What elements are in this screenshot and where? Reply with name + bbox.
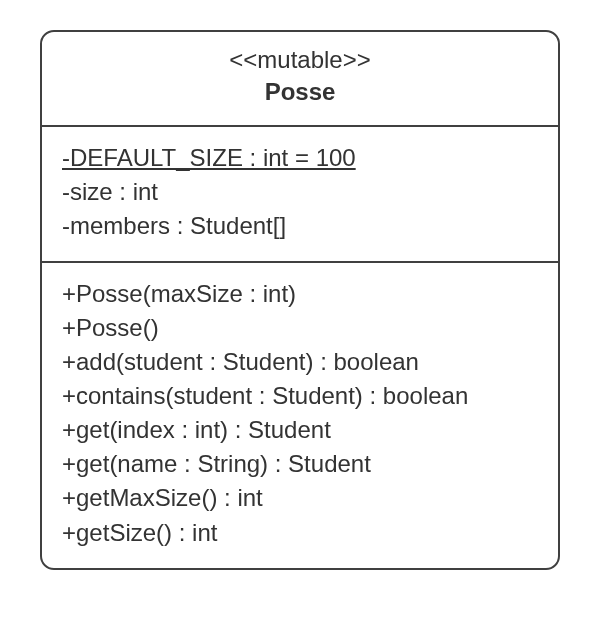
class-name: Posse: [62, 76, 538, 108]
method-row: +getMaxSize() : int: [62, 481, 538, 515]
attribute-row: -DEFAULT_SIZE : int = 100: [62, 141, 538, 175]
method-row: +Posse(): [62, 311, 538, 345]
method-row: +getSize() : int: [62, 516, 538, 550]
method-row: +Posse(maxSize : int): [62, 277, 538, 311]
class-stereotype: <<mutable>>: [62, 44, 538, 76]
uml-class-header: <<mutable>> Posse: [42, 32, 558, 127]
attribute-row: -size : int: [62, 175, 538, 209]
method-row: +add(student : Student) : boolean: [62, 345, 538, 379]
method-row: +get(name : String) : Student: [62, 447, 538, 481]
attribute-row: -members : Student[]: [62, 209, 538, 243]
methods-compartment: +Posse(maxSize : int) +Posse() +add(stud…: [42, 261, 558, 568]
method-row: +get(index : int) : Student: [62, 413, 538, 447]
method-row: +contains(student : Student) : boolean: [62, 379, 538, 413]
attributes-compartment: -DEFAULT_SIZE : int = 100 -size : int -m…: [42, 127, 558, 261]
uml-class-box: <<mutable>> Posse -DEFAULT_SIZE : int = …: [40, 30, 560, 570]
